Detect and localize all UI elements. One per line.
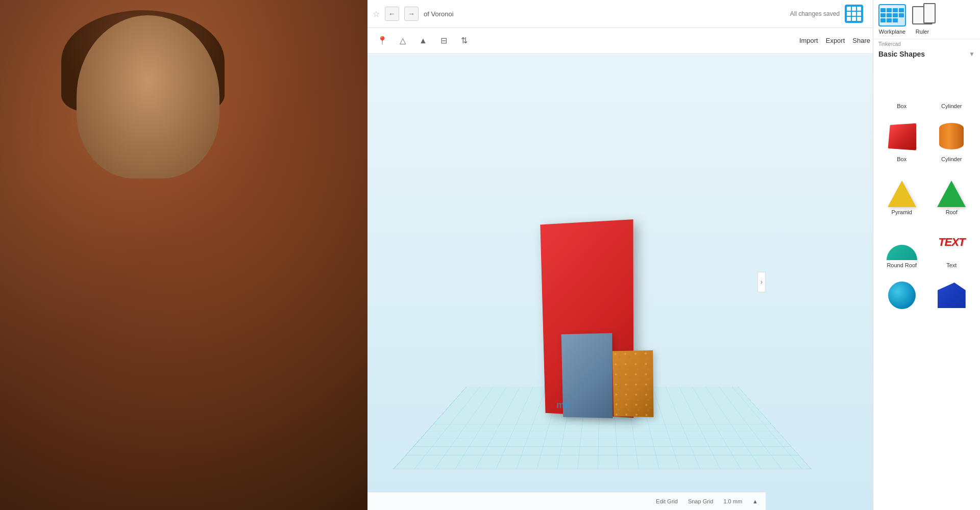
shape-item-blue-shape[interactable] [927, 273, 976, 319]
box-red-label: Box [897, 156, 906, 162]
mirror-icon[interactable]: ⇅ [457, 34, 471, 48]
box-gray-label: Box [897, 103, 906, 109]
box-red-icon [884, 118, 920, 154]
triangle-filled-icon[interactable]: ▲ [416, 34, 430, 48]
import-button[interactable]: Import [799, 37, 818, 44]
ruler-label: Ruler [916, 29, 929, 35]
monitor-screen: ☆ ← → of Voronoi All changes saved ⛏ Wha… [368, 0, 980, 510]
saved-status: All changes saved [790, 10, 840, 17]
sphere-shape [888, 282, 916, 309]
shapes-category-header: Basic Shapes ▼ [873, 49, 980, 61]
right-panel: Workplane Ruler Tinkercad Basic Shapes ▼… [873, 0, 980, 510]
workplane-ruler-row: Workplane Ruler [873, 0, 980, 39]
ruler-shape-icon [912, 6, 933, 24]
shape-item-roof[interactable]: Roof [927, 167, 976, 219]
person-head [77, 15, 219, 178]
sphere-icon [884, 277, 920, 313]
tinkercad-label: Tinkercad [873, 39, 980, 49]
status-bar: Edit Grid Snap Grid 1.0 mm ▲ [368, 492, 766, 510]
text-shape-label: Text [946, 262, 957, 268]
pyramid-shape [888, 181, 916, 207]
box-gray-icon [884, 65, 920, 101]
round-roof-label: Round Roof [887, 262, 917, 268]
shape-item-text[interactable]: TEXT Text [927, 220, 976, 272]
export-button[interactable]: Export [826, 37, 845, 44]
text-shape-display: TEXT [938, 236, 965, 249]
canvas-label: me [556, 400, 570, 411]
share-button[interactable]: Share [852, 37, 870, 44]
cylinder-orange-shape [939, 123, 964, 149]
back-button[interactable]: ← [385, 7, 399, 21]
shape-item-box-gray[interactable]: Box [877, 61, 926, 113]
align-icon[interactable]: ⊟ [436, 34, 451, 48]
roof-label: Roof [946, 209, 958, 215]
workplane-label: Workplane [879, 29, 905, 35]
shape-item-box-red[interactable]: Box [877, 114, 926, 166]
roof-icon [934, 171, 969, 207]
grid-icon [847, 7, 861, 21]
workplane-button[interactable]: Workplane [878, 4, 906, 35]
app-title: of Voronoi [424, 10, 454, 18]
box-red-shape [888, 123, 917, 150]
cylinder-gray-shape [939, 69, 964, 97]
snap-arrow-icon[interactable]: ▲ [752, 498, 758, 504]
round-roof-shape [887, 245, 917, 260]
orange-box-object[interactable] [612, 350, 654, 417]
cylinder-orange-icon [934, 118, 969, 154]
basic-shapes-label: Basic Shapes [878, 50, 925, 58]
ruler-icon [911, 4, 934, 27]
triangle-outline-icon[interactable]: △ [396, 34, 410, 48]
cylinder-orange-label: Cylinder [941, 156, 962, 162]
cylinder-gray-icon [934, 65, 969, 101]
snap-value: 1.0 mm [723, 498, 742, 504]
shapes-grid: Box Cylinder Box Cylind [873, 61, 980, 319]
edit-grid-label[interactable]: Edit Grid [656, 498, 678, 504]
star-icon: ☆ [373, 9, 380, 19]
snap-grid-label: Snap Grid [688, 498, 714, 504]
3d-canvas[interactable]: me › Edit Grid Snap Grid 1.0 mm ▲ [368, 54, 873, 510]
blue-pentagon-shape [938, 283, 966, 308]
grid-view-button[interactable] [845, 5, 863, 23]
blue-shape-icon [934, 277, 969, 313]
workplane-grid-icon [880, 8, 904, 22]
expand-arrow-icon[interactable]: ▼ [969, 50, 975, 58]
pyramid-label: Pyramid [892, 209, 912, 215]
shape-tools-bar: 📍 △ ▲ ⊟ ⇅ Import Export Share [368, 28, 878, 54]
text-shape-icon: TEXT [934, 224, 969, 260]
box-gray-shape [887, 69, 918, 99]
pin-tool-icon[interactable]: 📍 [375, 34, 389, 48]
round-roof-icon [884, 224, 920, 260]
shape-item-round-roof[interactable]: Round Roof [877, 220, 926, 272]
shape-item-cylinder-gray[interactable]: Cylinder [927, 61, 976, 113]
workplane-icon [878, 4, 906, 27]
shape-item-pyramid[interactable]: Pyramid [877, 167, 926, 219]
pyramid-icon [884, 171, 920, 207]
ruler-button[interactable]: Ruler [911, 4, 934, 35]
forward-button[interactable]: → [404, 7, 419, 21]
shape-item-cylinder-orange[interactable]: Cylinder [927, 114, 976, 166]
roof-shape [937, 181, 966, 207]
shape-item-sphere[interactable] [877, 273, 926, 319]
cylinder-gray-label: Cylinder [941, 103, 962, 109]
panel-collapse-arrow[interactable]: › [757, 272, 766, 292]
